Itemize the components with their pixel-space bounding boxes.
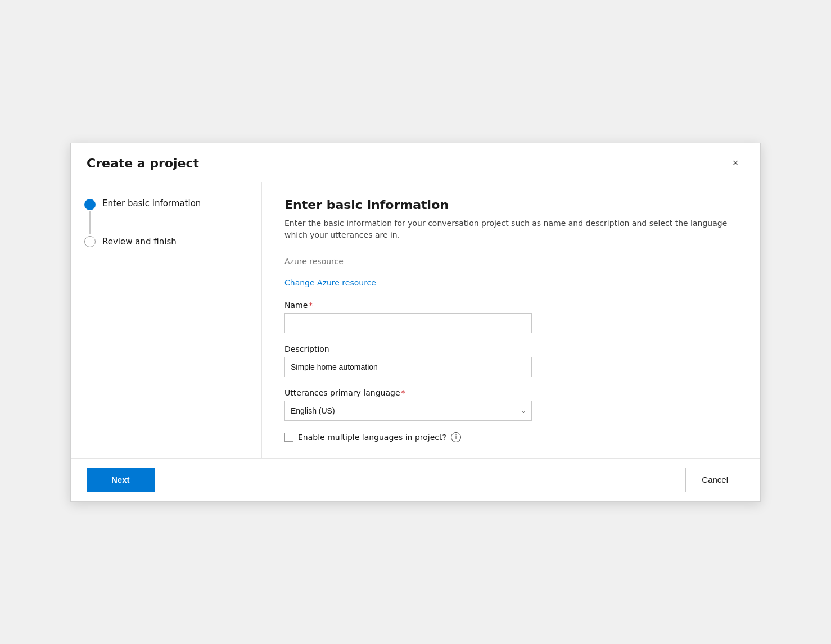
step-1-indicator (84, 199, 96, 234)
dialog-title: Create a project (87, 156, 199, 170)
step-1-circle (84, 199, 96, 210)
description-group: Description (284, 344, 738, 377)
name-group: Name* (284, 301, 738, 333)
azure-resource-section: Azure resource (284, 257, 738, 266)
multiple-languages-row: Enable multiple languages in project? i (284, 432, 738, 442)
language-group: Utterances primary language* English (US… (284, 388, 738, 421)
section-title: Enter basic information (284, 198, 738, 212)
cancel-button[interactable]: Cancel (685, 468, 744, 492)
language-select-wrapper: English (US) French (FR) German (DE) Spa… (284, 401, 532, 421)
description-label: Description (284, 344, 738, 353)
multiple-languages-label: Enable multiple languages in project? (298, 433, 446, 442)
azure-resource-label: Azure resource (284, 257, 738, 266)
step-1-label: Enter basic information (102, 198, 201, 208)
language-required: * (401, 388, 405, 397)
next-button[interactable]: Next (87, 468, 155, 492)
language-select[interactable]: English (US) French (FR) German (DE) Spa… (284, 401, 532, 421)
name-label: Name* (284, 301, 738, 310)
info-icon[interactable]: i (451, 432, 461, 442)
dialog-header: Create a project × (71, 143, 760, 182)
step-connector (89, 211, 91, 234)
step-2: Review and finish (84, 236, 248, 247)
multiple-languages-checkbox[interactable] (284, 433, 293, 442)
step-1: Enter basic information (84, 198, 248, 234)
change-azure-resource-link[interactable]: Change Azure resource (284, 278, 376, 287)
create-project-dialog: Create a project × Enter basic informati… (70, 143, 761, 502)
name-input[interactable] (284, 313, 532, 333)
main-content: Enter basic information Enter the basic … (262, 182, 760, 458)
step-2-label: Review and finish (102, 236, 177, 247)
dialog-footer: Next Cancel (71, 458, 760, 501)
sidebar: Enter basic information Review and finis… (71, 182, 262, 458)
language-label: Utterances primary language* (284, 388, 738, 397)
step-2-circle (84, 236, 96, 247)
section-description: Enter the basic information for your con… (284, 217, 738, 241)
close-button[interactable]: × (726, 155, 744, 173)
name-required: * (309, 301, 313, 310)
description-input[interactable] (284, 357, 532, 377)
dialog-body: Enter basic information Review and finis… (71, 182, 760, 458)
